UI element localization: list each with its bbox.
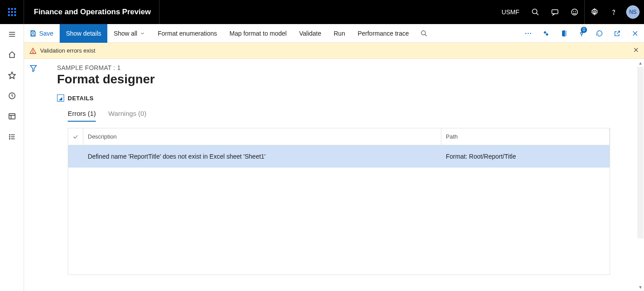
scroll-track — [637, 67, 644, 238]
toolbar-search[interactable] — [415, 24, 433, 43]
feedback-button[interactable] — [565, 0, 584, 24]
tab-errors[interactable]: Errors (1) — [68, 110, 96, 122]
chevron-down-icon — [140, 31, 145, 36]
svg-point-4 — [573, 11, 574, 12]
validate-label: Validate — [299, 30, 322, 37]
map-format-button[interactable]: Map format to model — [223, 24, 293, 43]
perf-trace-label: Performance trace — [358, 30, 409, 37]
svg-point-27 — [528, 33, 529, 33]
select-all[interactable] — [68, 128, 83, 145]
tab-warnings-label: Warnings (0) — [108, 110, 146, 117]
left-rail — [0, 24, 24, 291]
table-empty-area — [68, 168, 610, 275]
show-details-button[interactable]: Show details — [60, 24, 107, 43]
performance-trace-button[interactable]: Performance trace — [351, 24, 415, 43]
favorites-button[interactable] — [0, 65, 24, 86]
collapse-icon: ◢ — [57, 94, 64, 102]
window-icon — [8, 112, 16, 120]
validate-button[interactable]: Validate — [293, 24, 328, 43]
svg-point-24 — [421, 31, 425, 35]
header-description[interactable]: Description — [83, 128, 441, 145]
close-button[interactable] — [626, 24, 644, 43]
svg-point-7 — [613, 14, 614, 14]
svg-line-25 — [425, 34, 427, 36]
svg-point-0 — [532, 9, 537, 14]
format-enum-label: Format enumerations — [158, 30, 217, 37]
office-button[interactable] — [555, 24, 573, 43]
warning-close[interactable] — [628, 47, 644, 54]
show-details-label: Show details — [66, 30, 101, 37]
workspaces-button[interactable] — [0, 106, 24, 127]
company-code[interactable]: USMF — [495, 8, 526, 16]
details-header[interactable]: ◢ DETAILS — [57, 94, 644, 102]
list-icon — [8, 133, 16, 141]
filter-icon — [29, 64, 37, 72]
svg-point-16 — [9, 135, 10, 135]
svg-marker-37 — [30, 66, 37, 72]
svg-point-3 — [571, 9, 578, 15]
content-row: SAMPLE FORMAT : 1 Format designer ◢ DETA… — [24, 59, 644, 291]
table-header-row: Description Path — [68, 128, 610, 145]
search-button[interactable] — [526, 0, 545, 24]
map-format-label: Map format to model — [229, 30, 286, 37]
smile-icon — [571, 8, 579, 16]
format-enumerations-button[interactable]: Format enumerations — [151, 24, 223, 43]
attachments-count: 0 — [581, 27, 587, 33]
user-avatar[interactable]: NS — [626, 5, 640, 19]
tab-warnings[interactable]: Warnings (0) — [108, 110, 146, 122]
settings-button[interactable] — [584, 0, 604, 24]
attachments-button[interactable]: 0 — [573, 24, 591, 43]
search-icon — [420, 30, 428, 37]
svg-rect-30 — [546, 33, 548, 36]
top-header: Finance and Operations Preview USMF NS — [0, 0, 644, 24]
ellipsis-icon — [524, 29, 532, 37]
app-launcher[interactable] — [0, 0, 24, 24]
scroll-down-icon: ▼ — [637, 283, 644, 291]
table-row[interactable]: Defined name 'ReportTitle' does not exis… — [68, 145, 610, 168]
action-toolbar: Save Show details Show all Format enumer… — [24, 24, 644, 43]
show-all-button[interactable]: Show all — [107, 24, 151, 43]
hamburger-button[interactable] — [0, 24, 24, 45]
save-label: Save — [39, 30, 53, 37]
run-button[interactable]: Run — [327, 24, 351, 43]
svg-point-20 — [9, 139, 10, 139]
warning-text: Validation errors exist — [40, 47, 628, 54]
help-button[interactable] — [604, 0, 624, 24]
header-path[interactable]: Path — [441, 128, 610, 145]
breadcrumb: SAMPLE FORMAT : 1 — [57, 64, 644, 71]
home-button[interactable] — [0, 45, 24, 65]
row-checkbox[interactable] — [68, 145, 83, 168]
modules-button[interactable] — [0, 127, 24, 147]
scroll-up-icon: ▲ — [637, 59, 644, 67]
connectors-button[interactable] — [537, 24, 555, 43]
refresh-button[interactable] — [591, 24, 608, 43]
work-area: Save Show details Show all Format enumer… — [24, 24, 644, 291]
popout-button[interactable] — [608, 24, 626, 43]
row-description: Defined name 'ReportTitle' does not exis… — [83, 145, 441, 168]
more-options-button[interactable] — [519, 24, 537, 43]
results-table: Description Path Defined name 'ReportTit… — [68, 128, 610, 275]
waffle-icon — [8, 8, 16, 16]
svg-point-6 — [593, 11, 595, 13]
help-icon — [610, 8, 618, 16]
menu-icon — [8, 30, 16, 38]
messages-button[interactable] — [545, 0, 565, 24]
close-icon — [633, 47, 639, 53]
svg-marker-11 — [8, 72, 15, 79]
svg-rect-22 — [32, 31, 34, 32]
save-button[interactable]: Save — [24, 24, 60, 43]
filter-button[interactable] — [29, 64, 37, 291]
row-path: Format: Root/Report/Title — [441, 145, 610, 168]
tab-errors-label: Errors (1) — [68, 110, 96, 117]
scrollbar[interactable]: ▲ ▼ — [637, 59, 644, 291]
svg-rect-2 — [552, 10, 558, 14]
svg-point-26 — [526, 33, 526, 33]
star-icon — [8, 71, 16, 79]
chat-icon — [551, 8, 559, 16]
header-divider — [159, 0, 159, 24]
search-icon — [531, 8, 539, 16]
close-icon — [632, 30, 639, 37]
recent-button[interactable] — [0, 86, 24, 106]
filter-column — [24, 59, 43, 291]
refresh-icon — [596, 30, 603, 37]
